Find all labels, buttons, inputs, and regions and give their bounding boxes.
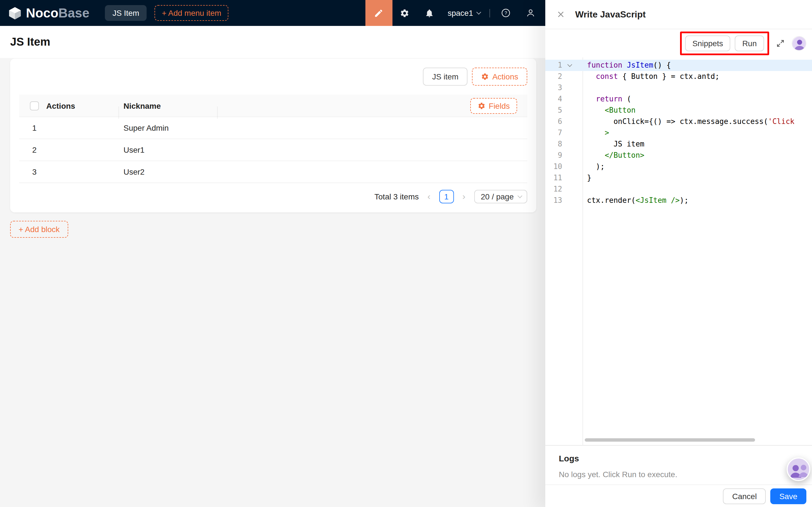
code-editor[interactable]: 1function JsItem() {2 const { Button } =… <box>545 57 812 445</box>
nocobase-logo[interactable]: NocoBase <box>8 5 89 20</box>
topbar-actions: space1 ? <box>365 0 545 26</box>
row-index-cell: 3 <box>19 167 42 176</box>
gear-icon <box>481 73 489 80</box>
pagination-next-button[interactable]: › <box>458 190 469 203</box>
code-text: > <box>583 127 609 138</box>
pagination-prev-button[interactable]: ‹ <box>423 190 435 203</box>
table-header: Actions Nickname Fields <box>19 95 527 117</box>
code-text: ctx.render(<JsItem />); <box>583 195 689 206</box>
page-size-select[interactable]: 20 / page <box>474 190 527 203</box>
code-line[interactable]: 7 > <box>545 127 812 138</box>
configure-fields-button[interactable]: Fields <box>470 98 517 114</box>
line-number: 8 <box>545 138 562 150</box>
line-number: 6 <box>545 116 562 127</box>
pagination: Total 3 items ‹ 1 › 20 / page <box>19 190 527 203</box>
code-text: ); <box>583 161 605 172</box>
add-block-button[interactable]: + Add block <box>10 221 68 238</box>
fold-zone <box>562 64 583 67</box>
line-number: 7 <box>545 127 562 138</box>
chevron-down-icon <box>518 193 522 198</box>
row-nickname-cell: Super Admin <box>119 123 218 132</box>
row-nickname-cell: User1 <box>119 145 218 154</box>
code-text: JS item <box>583 138 645 150</box>
assistant-avatar-button[interactable] <box>792 36 806 51</box>
table-row[interactable]: 3User2 <box>19 161 527 183</box>
code-line[interactable]: 9 </Button> <box>545 150 812 161</box>
notifications-button[interactable] <box>417 0 442 26</box>
write-javascript-drawer: Write JavaScript Snippets Run <box>545 0 812 507</box>
workspace-switcher[interactable]: space1 <box>442 8 486 17</box>
configure-actions-button[interactable]: Actions <box>472 68 527 86</box>
logo-cube-icon <box>8 6 22 20</box>
settings-button[interactable] <box>393 0 417 26</box>
editor-toolbar: Snippets Run <box>545 29 812 57</box>
annotation-red-box: Snippets Run <box>680 32 769 55</box>
code-line[interactable]: 13ctx.render(<JsItem />); <box>545 195 812 206</box>
select-all-cell <box>19 101 42 110</box>
horizontal-scrollbar[interactable] <box>585 438 755 442</box>
close-drawer-button[interactable] <box>557 10 565 18</box>
ui-editor-pen-button[interactable] <box>365 0 393 26</box>
row-index-cell: 1 <box>19 123 42 132</box>
line-number: 12 <box>545 184 562 195</box>
code-text: return ( <box>583 94 631 105</box>
pagination-page-1[interactable]: 1 <box>439 190 454 203</box>
code-line[interactable]: 12 <box>545 184 812 195</box>
snippets-button[interactable]: Snippets <box>685 36 730 51</box>
select-all-checkbox[interactable] <box>30 101 39 110</box>
row-nickname-cell: User2 <box>119 167 218 176</box>
code-line[interactable]: 4 return ( <box>545 94 812 105</box>
table-block: JS item Actions Actions Nickname <box>10 59 536 212</box>
line-number: 10 <box>545 161 562 172</box>
svg-text:?: ? <box>504 10 507 15</box>
user-menu-button[interactable] <box>518 0 543 26</box>
code-line[interactable]: 11} <box>545 172 812 184</box>
add-menu-item-button[interactable]: + Add menu item <box>154 5 229 21</box>
header-extra-cell: Fields <box>218 98 527 114</box>
drawer-title: Write JavaScript <box>575 9 646 19</box>
line-number: 9 <box>545 150 562 161</box>
line-number: 1 <box>545 60 562 71</box>
logs-panel: Logs No logs yet. Click Run to execute. <box>545 445 812 485</box>
table-row[interactable]: 1Super Admin <box>19 117 527 139</box>
topbar-divider <box>490 9 490 17</box>
save-button[interactable]: Save <box>770 488 806 504</box>
gear-icon <box>477 102 485 110</box>
code-line[interactable]: 5 <Button <box>545 105 812 116</box>
code-line[interactable]: 1function JsItem() { <box>545 60 812 71</box>
bell-icon <box>425 8 435 18</box>
line-number: 3 <box>545 82 562 94</box>
user-icon <box>525 8 536 18</box>
table-body: 1Super Admin2User13User2 <box>19 117 527 183</box>
menu-item-js-item[interactable]: JS Item <box>105 5 147 21</box>
fullscreen-button[interactable] <box>775 39 786 48</box>
code-line[interactable]: 3 <box>545 82 812 94</box>
help-icon: ? <box>501 8 511 18</box>
line-number: 13 <box>545 195 562 206</box>
table-row[interactable]: 2User1 <box>19 139 527 161</box>
drawer-header: Write JavaScript <box>545 0 812 29</box>
column-header-actions[interactable]: Actions <box>42 101 119 110</box>
code-text: function JsItem() { <box>583 60 671 71</box>
workspace-name: space1 <box>448 8 473 17</box>
code-line[interactable]: 8 JS item <box>545 138 812 150</box>
column-header-nickname[interactable]: Nickname <box>119 101 218 110</box>
drawer-footer: Cancel Save <box>545 485 812 507</box>
close-icon <box>557 10 565 18</box>
chevron-down-icon <box>476 10 481 15</box>
fold-chevron-icon[interactable] <box>567 62 572 67</box>
help-button[interactable]: ? <box>493 0 518 26</box>
code-line[interactable]: 6 onClick={() => ctx.message.success('Cl… <box>545 116 812 127</box>
code-line[interactable]: 2 const { Button } = ctx.antd; <box>545 71 812 82</box>
line-number: 4 <box>545 94 562 105</box>
cancel-button[interactable]: Cancel <box>723 488 766 504</box>
js-item-action-button[interactable]: JS item <box>423 68 467 86</box>
line-number: 2 <box>545 71 562 82</box>
code-line[interactable]: 10 ); <box>545 161 812 172</box>
row-index-cell: 2 <box>19 145 42 154</box>
pen-icon <box>374 8 384 18</box>
code-text: } <box>583 172 592 184</box>
assistant-floating-avatar[interactable] <box>786 457 810 481</box>
run-button[interactable]: Run <box>735 36 764 51</box>
app-root: NocoBase JS Item + Add menu item spac <box>0 0 812 507</box>
